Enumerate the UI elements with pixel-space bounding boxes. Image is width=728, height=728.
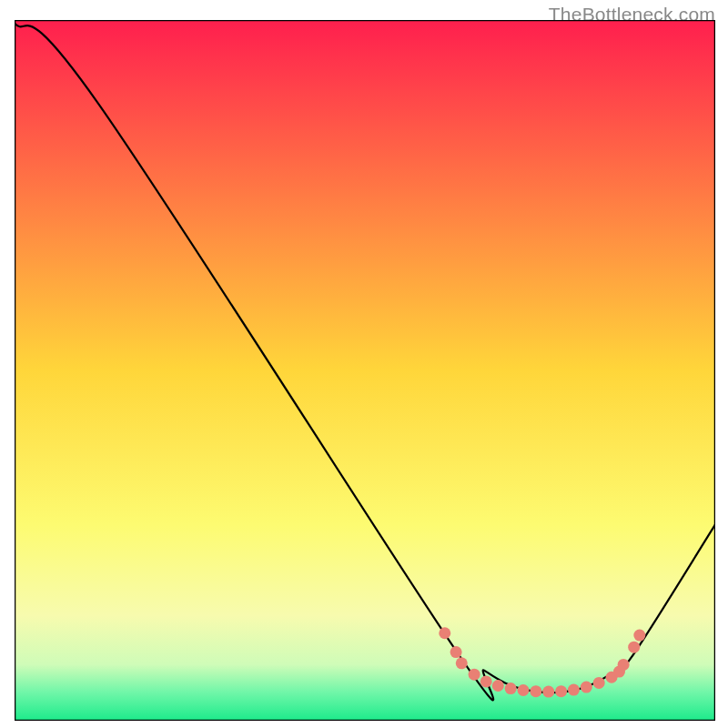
- data-marker: [450, 646, 462, 658]
- data-marker: [542, 686, 554, 698]
- data-marker: [480, 675, 492, 687]
- data-marker: [469, 669, 480, 681]
- plot-area: [15, 20, 715, 721]
- data-marker: [439, 627, 450, 639]
- data-marker: [505, 682, 517, 694]
- data-marker: [633, 630, 645, 642]
- data-marker: [568, 684, 580, 696]
- gradient-background: [15, 20, 715, 721]
- chart-container: TheBottleneck.com: [0, 0, 728, 728]
- data-marker: [618, 659, 630, 671]
- data-marker: [530, 685, 541, 697]
- data-marker: [456, 657, 468, 669]
- plot-svg: [15, 20, 715, 721]
- data-marker: [581, 682, 592, 693]
- data-marker: [518, 684, 530, 696]
- data-marker: [628, 642, 640, 653]
- data-marker: [555, 685, 567, 697]
- data-marker: [593, 677, 605, 689]
- data-marker: [492, 680, 504, 692]
